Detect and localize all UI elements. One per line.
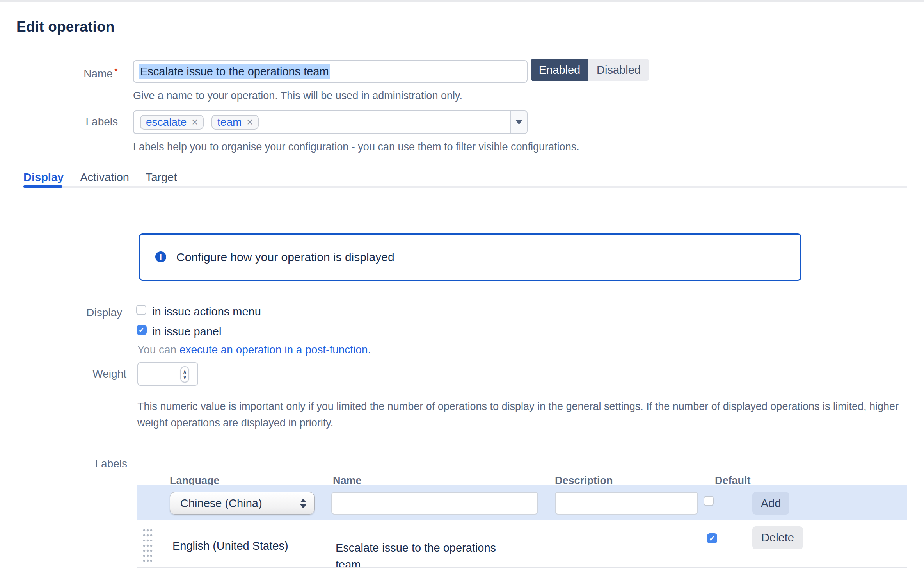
drag-handle[interactable]: [142, 528, 153, 565]
info-banner-text: Configure how your operation is displaye…: [176, 251, 394, 264]
labels-multiselect[interactable]: escalate × team ×: [133, 110, 528, 134]
tab-underline-track: [23, 186, 907, 188]
new-label-default-checkbox[interactable]: [704, 496, 714, 506]
language-select-value: Chinese (China): [180, 497, 262, 510]
name-input[interactable]: Escalate issue to the operations team: [133, 60, 528, 83]
tab-activation[interactable]: Activation: [80, 171, 129, 188]
labels-help-text: Labels help you to organise your configu…: [133, 141, 579, 153]
disabled-button[interactable]: Disabled: [588, 59, 649, 81]
name-label: Name*: [62, 66, 118, 80]
table-section-label: Labels: [70, 458, 127, 470]
row-default-checkbox[interactable]: ✓: [707, 533, 717, 543]
label-tag: team ×: [211, 115, 259, 130]
language-select[interactable]: Chinese (China): [170, 492, 315, 515]
display-label: Display: [70, 306, 122, 319]
new-label-name-input[interactable]: [331, 492, 538, 515]
tab-target[interactable]: Target: [146, 171, 177, 188]
labels-tags: escalate × team ×: [134, 115, 510, 130]
active-tab-underline: [23, 185, 62, 188]
remove-tag-icon[interactable]: ×: [247, 117, 253, 128]
remove-tag-icon[interactable]: ×: [192, 117, 198, 128]
window-top-strip: [0, 0, 924, 2]
weight-label: Weight: [70, 368, 126, 380]
delete-button[interactable]: Delete: [752, 526, 803, 549]
required-asterisk: *: [114, 66, 118, 77]
table-row-divider: [137, 567, 907, 568]
info-icon: i: [155, 251, 166, 262]
checkbox-in-issue-actions-menu[interactable]: [136, 305, 146, 315]
post-function-note: You can execute an operation in a post-f…: [137, 344, 371, 356]
name-input-selected-text: Escalate issue to the operations team: [139, 64, 330, 79]
post-function-link[interactable]: execute an operation in a post-function.: [179, 344, 371, 356]
stepper-down-icon: ∨: [183, 374, 187, 379]
select-arrows-icon: [300, 499, 306, 508]
weight-stepper[interactable]: ∧ ∨: [180, 366, 189, 383]
label-tag: escalate ×: [140, 115, 204, 130]
chevron-down-icon: [515, 120, 522, 125]
checkmark-icon: ✓: [709, 534, 716, 542]
note-prefix-text: You can: [137, 344, 179, 356]
status-toggle: Enabled Disabled: [531, 59, 649, 81]
row-name-cell: Escalate issue to the operations team: [336, 540, 519, 570]
labels-dropdown-button[interactable]: [510, 111, 527, 133]
add-button[interactable]: Add: [752, 492, 789, 515]
option-label-issue-panel: in issue panel: [152, 325, 221, 338]
new-label-description-input[interactable]: [555, 492, 698, 515]
name-help-text: Give a name to your operation. This will…: [133, 90, 462, 102]
labels-label: Labels: [62, 116, 118, 128]
label-tag-text: escalate: [146, 116, 187, 128]
label-tag-text: team: [217, 116, 242, 128]
option-label-actions-menu: in issue actions menu: [152, 305, 261, 318]
enabled-button[interactable]: Enabled: [531, 59, 588, 81]
edit-operation-page: Edit operation Name* Escalate issue to t…: [0, 0, 924, 570]
name-label-text: Name: [84, 68, 113, 80]
row-language-cell: English (United States): [172, 540, 288, 552]
weight-help-text: This numeric value is important only if …: [137, 398, 914, 431]
page-title: Edit operation: [16, 19, 115, 35]
checkmark-icon: ✓: [139, 326, 145, 334]
checkbox-in-issue-panel[interactable]: ✓: [137, 325, 147, 335]
